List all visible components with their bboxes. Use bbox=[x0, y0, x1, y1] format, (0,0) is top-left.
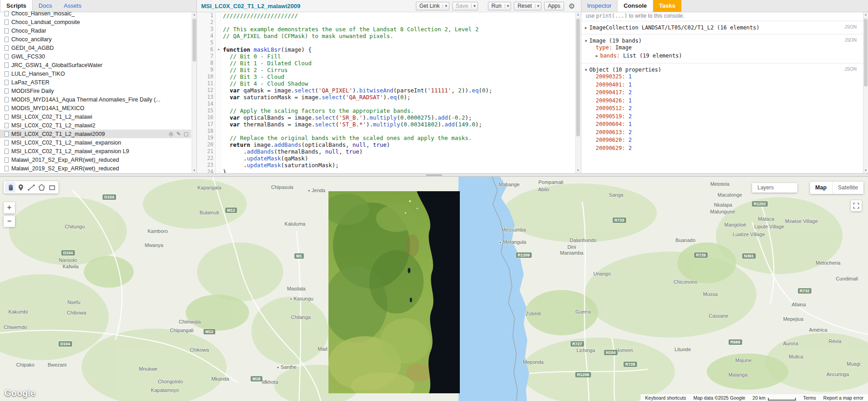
save-button[interactable]: Save ▾ bbox=[452, 2, 478, 10]
map-type-satellite-button[interactable]: Satellite bbox=[832, 182, 863, 194]
code-line[interactable]: 1////////////////////// bbox=[198, 12, 575, 19]
fold-caret-icon[interactable]: ▾ bbox=[216, 46, 222, 53]
scroll-up-icon[interactable]: ▲ bbox=[576, 12, 580, 17]
code-line[interactable]: 3// This example demonstrates the use of… bbox=[198, 26, 575, 33]
code-line[interactable]: 8 // Bit 1 - Dilated Cloud bbox=[198, 60, 575, 67]
scroll-down-icon[interactable]: ▼ bbox=[576, 168, 580, 173]
property-key: 20090519: bbox=[596, 113, 628, 120]
code-line[interactable]: 9 // Bit 2 - Cirrus bbox=[198, 67, 575, 73]
apps-button[interactable]: Apps bbox=[544, 2, 564, 10]
code-line[interactable]: 17 var thermalBands = image.select('ST_B… bbox=[198, 121, 575, 128]
script-file[interactable]: Choco_Radar bbox=[0, 26, 191, 35]
script-file[interactable]: MODISFire Daily bbox=[0, 87, 191, 95]
code-line[interactable]: 10 // Bit 3 - Cloud bbox=[198, 73, 575, 80]
run-dropdown-icon[interactable]: ▾ bbox=[505, 4, 511, 8]
share-script-icon[interactable]: ◎ bbox=[169, 131, 174, 137]
delete-script-icon[interactable]: ▢ bbox=[184, 131, 188, 137]
script-file[interactable]: Malawi_2017_S2_Exp_ARR(wet)_reduced bbox=[0, 155, 191, 164]
expand-caret-icon[interactable]: ▶ bbox=[585, 26, 587, 30]
code-line[interactable]: 19 // Replace the original bands with th… bbox=[198, 135, 575, 141]
tab-inspector[interactable]: Inspector bbox=[581, 0, 617, 12]
script-file[interactable]: MSI_LC0X_C02_T1_L2_malawi_expansion L9 bbox=[0, 147, 191, 155]
code-line[interactable]: 6▾function maskL8sr(image) { bbox=[198, 46, 575, 53]
map-type-map-button[interactable]: Map bbox=[810, 182, 832, 194]
scrollbar-thumb[interactable] bbox=[193, 19, 196, 62]
code-editor[interactable]: 1//////////////////////23// This example… bbox=[198, 12, 575, 173]
script-file[interactable]: GEDI_04_AGBD bbox=[0, 43, 191, 52]
expand-caret-icon[interactable]: ▼ bbox=[585, 68, 587, 72]
layers-control[interactable]: Layers bbox=[752, 183, 797, 193]
scroll-up-icon[interactable]: ▲ bbox=[863, 12, 868, 17]
code-line[interactable]: 11 // Bit 4 - Cloud Shadow bbox=[198, 80, 575, 87]
code-line[interactable]: 5 bbox=[198, 39, 575, 46]
code-line[interactable]: 15 // Apply the scaling factors to the a… bbox=[198, 107, 575, 114]
json-toggle[interactable]: JSON bbox=[844, 67, 857, 72]
get-link-button[interactable]: Get Link ▾ bbox=[416, 2, 449, 10]
scrollbar-thumb[interactable] bbox=[576, 19, 580, 136]
draw-rectangle-tool[interactable] bbox=[47, 182, 57, 193]
terms-link[interactable]: Terms bbox=[803, 395, 816, 401]
code-line[interactable]: 2 bbox=[198, 19, 575, 26]
expand-caret-icon[interactable]: ▶ bbox=[596, 54, 598, 58]
code-line[interactable]: 18 bbox=[198, 128, 575, 135]
scrollbar-thumb[interactable] bbox=[864, 19, 868, 87]
reset-dropdown-icon[interactable]: ▾ bbox=[535, 4, 541, 8]
script-file[interactable]: MSI_LC0X_C02_T1_L2_malawi_expansion bbox=[0, 138, 191, 147]
fullscreen-button[interactable] bbox=[851, 200, 862, 211]
zoom-in-button[interactable]: + bbox=[4, 202, 15, 213]
code-line[interactable]: 20 return image.addBands(opticalBands, n… bbox=[198, 141, 575, 148]
script-file[interactable]: Malawi_2019_S2_Exp_ARR(wet)_reduced bbox=[0, 164, 191, 173]
script-file[interactable]: LULC_Hansen_TIKO bbox=[0, 69, 191, 78]
scripts-scrollbar[interactable]: ▲ ▼ bbox=[192, 12, 197, 173]
code-line[interactable]: 7 // Bit 0 - Fill bbox=[198, 53, 575, 60]
get-link-dropdown-icon[interactable]: ▾ bbox=[443, 4, 449, 8]
script-file[interactable]: MODIS_MYD14A1_Aqua Thermal Anomalies_Fir… bbox=[0, 95, 191, 104]
script-filename: MSI_LC0X_C02_T1_L2_malawi2009 bbox=[201, 3, 416, 10]
script-file[interactable]: MSI_LC0X_C02_T1_L2_malawi bbox=[0, 112, 191, 121]
reset-button[interactable]: Reset ▾ bbox=[514, 2, 541, 10]
settings-gear-icon[interactable]: ⚙ bbox=[567, 2, 577, 10]
draw-line-tool[interactable] bbox=[26, 182, 36, 193]
keyboard-shortcuts-link[interactable]: Keyboard shortcuts bbox=[645, 395, 686, 401]
scroll-up-icon[interactable]: ▲ bbox=[192, 12, 197, 17]
script-file[interactable]: GWL_FCS30 bbox=[0, 52, 191, 61]
script-file[interactable]: LaPaz_ASTER bbox=[0, 78, 191, 87]
tab-tasks[interactable]: Tasks bbox=[653, 0, 681, 12]
code-line[interactable]: 22 .updateMask(qaMask) bbox=[198, 155, 575, 162]
splitter-grip[interactable] bbox=[426, 174, 442, 176]
zoom-out-button[interactable]: − bbox=[4, 216, 15, 227]
pan-hand-tool[interactable] bbox=[5, 182, 15, 193]
script-file[interactable]: Choco_Hansen_mosaic_ bbox=[0, 9, 191, 18]
code-line[interactable]: 13 var saturationMask = image.select('QA… bbox=[198, 94, 575, 101]
horizontal-splitter[interactable] bbox=[0, 173, 868, 177]
scroll-down-icon[interactable]: ▼ bbox=[192, 168, 197, 173]
editor-scrollbar[interactable]: ▲ ▼ bbox=[575, 12, 580, 173]
code-line[interactable]: 24} bbox=[198, 169, 575, 173]
script-file[interactable]: MSI_LC0X_C02_T1_L2_malawi2009◎✎▢ bbox=[0, 130, 191, 138]
code-line[interactable]: 14 bbox=[198, 101, 575, 107]
script-file-name: Choco_Hansen_mosaic_ bbox=[11, 10, 75, 17]
add-marker-tool[interactable] bbox=[15, 182, 26, 193]
json-toggle[interactable]: JSON bbox=[844, 24, 857, 29]
script-file[interactable]: MSI_LC0X_C02_T1_L2_malawi2 bbox=[0, 121, 191, 130]
tab-console[interactable]: Console bbox=[617, 0, 653, 12]
report-map-error-link[interactable]: Report a map error bbox=[823, 395, 863, 401]
draw-polygon-tool[interactable] bbox=[36, 182, 47, 193]
code-line[interactable]: 12 var qaMask = image.select('QA_PIXEL')… bbox=[198, 87, 575, 94]
code-line[interactable]: 23 .updateMask(saturationMask); bbox=[198, 162, 575, 169]
rename-script-icon[interactable]: ✎ bbox=[176, 131, 180, 137]
code-line[interactable]: 4// QA_PIXEL band (CFMask) to mask unwan… bbox=[198, 33, 575, 39]
code-line[interactable]: 16 var opticalBands = image.select('SR_B… bbox=[198, 114, 575, 121]
scroll-down-icon[interactable]: ▼ bbox=[863, 168, 868, 173]
script-file[interactable]: Choco_ancillary bbox=[0, 35, 191, 43]
script-file[interactable]: Choco_Landsat_composite bbox=[0, 18, 191, 26]
map-area[interactable]: KanampaKapangalaChipasulaJendaMabangePom… bbox=[0, 177, 868, 401]
code-line[interactable]: 21 .addBands(thermalBands, null, true) bbox=[198, 148, 575, 155]
expand-caret-icon[interactable]: ▼ bbox=[585, 39, 587, 43]
save-dropdown-icon[interactable]: ▾ bbox=[471, 4, 477, 8]
script-file[interactable]: MODIS_MYD14A1_MEXICO bbox=[0, 104, 191, 112]
run-button[interactable]: Run ▾ bbox=[488, 2, 511, 10]
console-scrollbar[interactable]: ▲ ▼ bbox=[863, 12, 868, 173]
json-toggle[interactable]: JSON bbox=[844, 38, 857, 43]
script-file[interactable]: JRC_GSW1_4_GlobalSurfaceWater bbox=[0, 61, 191, 69]
